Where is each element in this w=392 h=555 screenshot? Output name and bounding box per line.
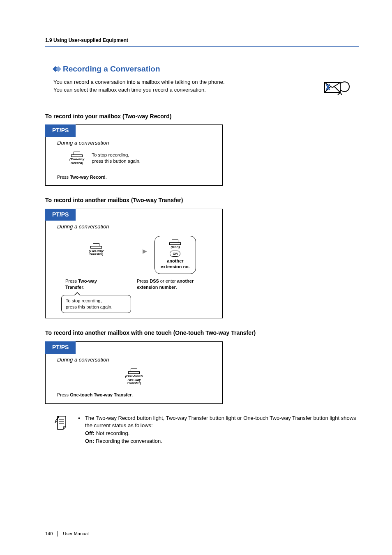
intro-line-2: You can select the mailbox each time you… [53, 86, 225, 94]
device-tab: PT/PS [45, 341, 76, 354]
precondition: During a conversation [57, 223, 211, 230]
flex-button-icon [90, 243, 102, 249]
arrow-right-icon: ▶ [143, 247, 147, 256]
bullet-icon: • [78, 415, 80, 421]
dss-label: (DSS) [171, 246, 180, 249]
precondition: During a conversation [57, 356, 211, 364]
section-marker-icon [53, 67, 60, 71]
divider [45, 46, 359, 47]
precondition: During a conversation [57, 139, 211, 147]
step-caption-1: Press Two-way Transfer. [57, 278, 115, 291]
group-text: another extension no. [161, 258, 190, 269]
note-icon [54, 415, 69, 434]
page-number: 140 [45, 531, 53, 537]
intro-line-1: You can record a conversation into a mai… [53, 78, 225, 86]
device-tab: PT/PS [45, 124, 76, 137]
footer-label: User Manual [63, 531, 88, 537]
svg-line-4 [334, 87, 340, 92]
speech-bubble: To stop recording, press this button aga… [61, 295, 131, 313]
step-caption: Press Two-way Record. [57, 174, 211, 180]
step-caption: Press One-touch Two-way Transfer. [57, 392, 211, 398]
diagram-record-own: PT/PS During a conversation (Two-way Rec… [45, 124, 223, 186]
procedure-heading-record-onetouch: To record into another mailbox with one … [45, 329, 359, 337]
footer-separator [58, 531, 58, 537]
button-label: (Two-way Record) [69, 158, 84, 165]
svg-line-7 [340, 92, 342, 95]
svg-line-2 [332, 83, 340, 88]
procedure-heading-record-own: To record into your mailbox (Two-way Rec… [45, 113, 359, 121]
device-tab: PT/PS [45, 209, 76, 221]
flex-button-icon [169, 240, 181, 245]
button-label: (One-touch Two-way Transfer) [125, 375, 143, 385]
side-note: To stop recording, press this button aga… [92, 152, 141, 165]
button-label: (Two-way Transfer) [89, 249, 104, 257]
alternative-group: (DSS) OR another extension no. [154, 236, 196, 274]
notes-text: The Two-way Record button light, Two-way… [85, 415, 359, 445]
diagram-record-onetouch: PT/PS During a conversation (One-touch T… [45, 341, 223, 404]
procedure-heading-record-other: To record into another mailbox (Two-way … [45, 196, 359, 205]
section-title: Recording a Conversation [63, 64, 160, 75]
flex-button-icon [128, 368, 140, 374]
step-caption-2: Press DSS or enter another extension num… [137, 278, 198, 291]
or-label: OR [170, 251, 180, 257]
breadcrumb: 1.9 Using User-supplied Equipment [45, 37, 359, 44]
diagram-record-other: PT/PS During a conversation (Two-way Tra… [45, 209, 223, 319]
voicemail-device-icon [322, 76, 351, 98]
flex-button-icon [71, 152, 83, 157]
